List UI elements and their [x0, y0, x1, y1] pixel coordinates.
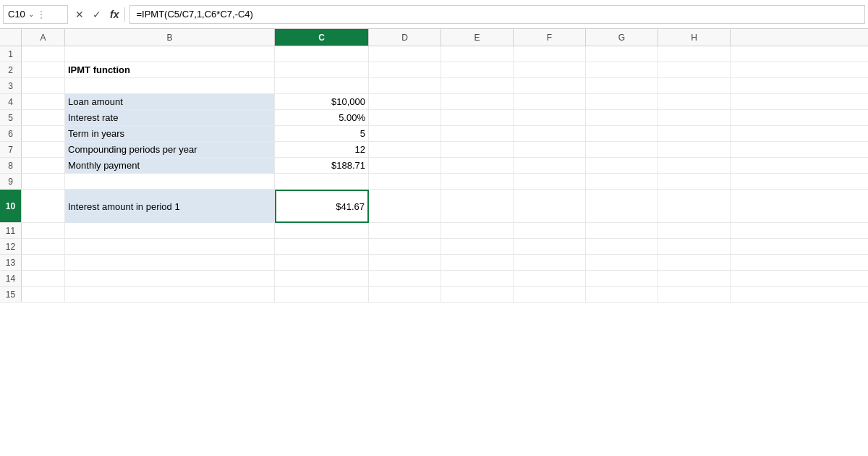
cell-f9[interactable] — [514, 174, 586, 189]
cell-a5[interactable] — [22, 110, 65, 125]
cell-a8[interactable] — [22, 158, 65, 173]
cell-b6[interactable]: Term in years — [65, 126, 275, 141]
cell-g1[interactable] — [586, 46, 658, 62]
cell-a3[interactable] — [22, 78, 65, 93]
cell-f14[interactable] — [514, 271, 586, 286]
cell-h7[interactable] — [658, 142, 731, 157]
col-header-a[interactable]: A — [22, 29, 65, 46]
cell-f6[interactable] — [514, 126, 586, 141]
cell-d9[interactable] — [369, 174, 441, 189]
cell-e12[interactable] — [441, 239, 514, 254]
cell-c1[interactable] — [275, 46, 369, 62]
cell-b4[interactable]: Loan amount — [65, 94, 275, 109]
cell-d12[interactable] — [369, 239, 441, 254]
cell-h3[interactable] — [658, 78, 731, 93]
cell-d6[interactable] — [369, 126, 441, 141]
cell-d8[interactable] — [369, 158, 441, 173]
cell-c2[interactable] — [275, 62, 369, 77]
cell-h5[interactable] — [658, 110, 731, 125]
cell-d15[interactable] — [369, 287, 441, 302]
cell-a15[interactable] — [22, 287, 65, 302]
cell-c13[interactable] — [275, 255, 369, 270]
cell-b8[interactable]: Monthly payment — [65, 158, 275, 173]
cell-e14[interactable] — [441, 271, 514, 286]
cell-c10[interactable]: $41.67 — [275, 190, 369, 223]
cell-h6[interactable] — [658, 126, 731, 141]
cell-f7[interactable] — [514, 142, 586, 157]
cell-d5[interactable] — [369, 110, 441, 125]
cell-h2[interactable] — [658, 62, 731, 77]
cell-e2[interactable] — [441, 62, 514, 77]
col-header-c[interactable]: C — [275, 29, 369, 46]
cell-c11[interactable] — [275, 223, 369, 238]
cell-d3[interactable] — [369, 78, 441, 93]
cell-b9[interactable] — [65, 174, 275, 189]
cell-b3[interactable] — [65, 78, 275, 93]
cell-a2[interactable] — [22, 62, 65, 77]
cell-g3[interactable] — [586, 78, 658, 93]
cell-b12[interactable] — [65, 239, 275, 254]
cell-e13[interactable] — [441, 255, 514, 270]
cell-e1[interactable] — [441, 46, 514, 62]
cell-d4[interactable] — [369, 94, 441, 109]
cell-c12[interactable] — [275, 239, 369, 254]
cell-g8[interactable] — [586, 158, 658, 173]
cell-c6[interactable]: 5 — [275, 126, 369, 141]
cell-f13[interactable] — [514, 255, 586, 270]
cell-g4[interactable] — [586, 94, 658, 109]
cell-e4[interactable] — [441, 94, 514, 109]
cell-b15[interactable] — [65, 287, 275, 302]
cell-g6[interactable] — [586, 126, 658, 141]
cell-f8[interactable] — [514, 158, 586, 173]
cell-e10[interactable] — [441, 190, 514, 223]
cell-a7[interactable] — [22, 142, 65, 157]
cell-g14[interactable] — [586, 271, 658, 286]
cell-b11[interactable] — [65, 223, 275, 238]
cell-c3[interactable] — [275, 78, 369, 93]
col-header-e[interactable]: E — [441, 29, 514, 46]
cell-h12[interactable] — [658, 239, 731, 254]
col-header-b[interactable]: B — [65, 29, 275, 46]
cell-ref-box[interactable]: C10 ⌄ ⋮ — [3, 5, 68, 24]
formula-input[interactable] — [129, 5, 865, 24]
cell-f1[interactable] — [514, 46, 586, 62]
cell-f4[interactable] — [514, 94, 586, 109]
cell-d10[interactable] — [369, 190, 441, 223]
cell-a9[interactable] — [22, 174, 65, 189]
cell-d1[interactable] — [369, 46, 441, 62]
cell-c14[interactable] — [275, 271, 369, 286]
cell-c5[interactable]: 5.00% — [275, 110, 369, 125]
cell-b10[interactable]: Interest amount in period 1 — [65, 190, 275, 223]
cell-g5[interactable] — [586, 110, 658, 125]
cell-b7[interactable]: Compounding periods per year — [65, 142, 275, 157]
cell-h10[interactable] — [658, 190, 731, 223]
cell-g13[interactable] — [586, 255, 658, 270]
cell-g7[interactable] — [586, 142, 658, 157]
cell-a12[interactable] — [22, 239, 65, 254]
cancel-icon[interactable]: ✕ — [72, 7, 87, 22]
cell-e8[interactable] — [441, 158, 514, 173]
cell-f10[interactable] — [514, 190, 586, 223]
cell-c4[interactable]: $10,000 — [275, 94, 369, 109]
cell-d11[interactable] — [369, 223, 441, 238]
col-header-f[interactable]: F — [514, 29, 586, 46]
cell-a6[interactable] — [22, 126, 65, 141]
cell-e6[interactable] — [441, 126, 514, 141]
cell-a14[interactable] — [22, 271, 65, 286]
cell-h9[interactable] — [658, 174, 731, 189]
cell-h13[interactable] — [658, 255, 731, 270]
cell-g12[interactable] — [586, 239, 658, 254]
cell-h4[interactable] — [658, 94, 731, 109]
cell-h1[interactable] — [658, 46, 731, 62]
cell-g11[interactable] — [586, 223, 658, 238]
cell-f3[interactable] — [514, 78, 586, 93]
cell-a11[interactable] — [22, 223, 65, 238]
cell-e15[interactable] — [441, 287, 514, 302]
cell-f2[interactable] — [514, 62, 586, 77]
cell-b2[interactable]: IPMT function — [65, 62, 275, 77]
cell-a10[interactable] — [22, 190, 65, 223]
cell-f5[interactable] — [514, 110, 586, 125]
cell-a1[interactable] — [22, 46, 65, 62]
cell-b13[interactable] — [65, 255, 275, 270]
col-header-d[interactable]: D — [369, 29, 441, 46]
